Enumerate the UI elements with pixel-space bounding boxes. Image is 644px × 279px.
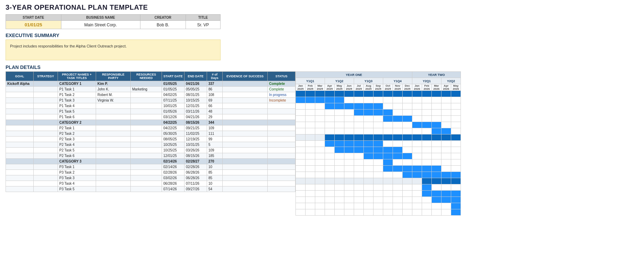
cell-party [96,159,131,164]
gantt-cell [422,209,432,216]
gantt-cell [422,153,432,159]
col-header-startdate: START DATE [162,72,184,81]
gantt-cell [432,191,441,197]
cell-goal [6,153,34,159]
gantt-cell [344,209,354,216]
gantt-cell [306,134,315,141]
cell-startdate: 08/05/25 [162,137,184,142]
gantt-cell [432,197,441,203]
gantt-cell [354,159,364,166]
gantt-month-label: Oct2025 [383,84,393,91]
cell-enddate: 08/31/25 [184,92,207,98]
gantt-cell [403,122,412,128]
gantt-quarter-label: Y1Q2 [325,78,354,84]
gantt-cell [422,103,432,110]
cell-enddate: 11/02/25 [184,131,207,137]
gantt-cell [364,153,373,159]
gantt-month-label: Jan2026 [412,84,422,91]
gantt-cell [403,197,412,203]
cell-days: 337 [207,81,223,87]
cell-enddate: 07/11/26 [184,181,207,186]
gantt-cell [412,197,422,203]
gantt-cell [451,103,461,110]
gantt-cell [403,184,412,191]
cell-resources [131,159,162,164]
gantt-cell [441,191,451,197]
gantt-year-one-label: YEAR ONE [296,72,412,78]
cell-status [268,164,295,170]
gantt-cell [344,166,354,172]
exec-summary-title: EXECUTIVE SUMMARY [6,33,638,38]
table-row: P1 Task 4 10/01/25 12/31/25 66 [6,103,295,109]
table-row: P2 Task 2 05/30/25 11/02/25 111 [6,131,295,137]
gantt-cell [412,116,422,122]
cell-party [96,164,131,170]
gantt-month-label: Jun2025 [344,84,354,91]
cell-startdate: 06/28/26 [162,181,184,186]
gantt-row [296,141,461,147]
gantt-cell [296,197,306,203]
table-row: P3 Task 3 03/02/26 06/28/26 85 [6,175,295,181]
gantt-cell [412,122,422,128]
cell-days: 66 [207,103,223,109]
gantt-cell [344,191,354,197]
cell-party [96,142,131,148]
gantt-cell [296,103,306,110]
cell-project: P2 Task 1 [58,125,96,131]
gantt-cell [373,197,383,203]
cell-evidence [223,153,268,159]
gantt-cell [441,203,451,209]
cell-resources [131,181,162,186]
cell-strategy [34,148,58,153]
gantt-month-label: Apr2025 [325,84,335,91]
gantt-cell [412,91,422,97]
cell-strategy [34,137,58,142]
cell-days: 5 [207,142,223,148]
table-row: P2 Task 1 04/22/25 09/21/25 109 [6,125,295,131]
gantt-row [296,203,461,209]
gantt-cell [373,209,383,216]
gantt-cell [373,203,383,209]
gantt-cell [451,97,461,103]
gantt-cell [335,209,344,216]
gantt-month-label: May2026 [451,84,461,91]
gantt-cell [354,153,364,159]
cell-project: P1 Task 6 [58,114,96,120]
cell-startdate: 10/25/25 [162,142,184,148]
gantt-cell [432,97,441,103]
cell-startdate: 03/12/26 [162,114,184,120]
gantt-cell [325,134,335,141]
gantt-cell [422,197,432,203]
gantt-cell [344,172,354,178]
cell-goal: Kickoff Alpha [6,81,34,87]
gantt-cell [393,209,403,216]
gantt-cell [325,122,335,128]
gantt-cell [335,159,344,166]
gantt-cell [403,128,412,134]
cell-party [96,109,131,114]
cell-startdate: 02/28/26 [162,170,184,175]
cell-days: 85 [207,170,223,175]
gantt-cell [393,191,403,197]
gantt-cell [383,191,393,197]
gantt-cell [344,97,354,103]
gantt-cell [315,103,325,110]
gantt-cell [325,178,335,184]
cell-days: 29 [207,114,223,120]
gantt-cell [364,97,373,103]
cell-project: P1 Task 4 [58,103,96,109]
gantt-row [296,134,461,141]
gantt-cell [373,91,383,97]
gantt-cell [393,197,403,203]
gantt-cell [296,97,306,103]
gantt-cell [315,153,325,159]
cell-status [268,137,295,142]
cell-goal [6,109,34,114]
cell-strategy [34,120,58,125]
gantt-cell [344,128,354,134]
gantt-cell [344,159,354,166]
gantt-cell [296,153,306,159]
col-header-party: RESPONSIBLE PARTY [96,72,131,81]
gantt-cell [364,209,373,216]
gantt-cell [306,122,315,128]
